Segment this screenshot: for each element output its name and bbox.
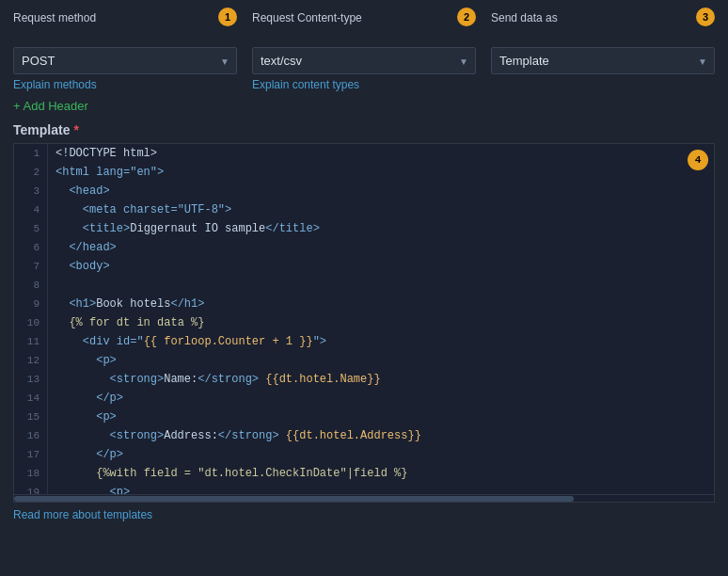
table-row: 9 <h1>Book hotels</h1> (14, 295, 714, 313)
table-row: 14 </p> (14, 389, 714, 408)
explain-content-types-link[interactable]: Explain content types (252, 78, 476, 91)
line-number: 12 (14, 351, 48, 370)
line-content: <body> (55, 257, 110, 276)
line-content: {%with field = "dt.hotel.CheckInDate"|fi… (55, 464, 407, 483)
table-row: 6 </head> (14, 238, 714, 257)
table-row: 5 <title>Diggernaut IO sample</title> (14, 219, 714, 238)
code-lines: 1<!DOCTYPE html>2<html lang="en">3 <head… (14, 144, 714, 494)
line-content: <div id="{{ forloop.Counter + 1 }}"> (55, 332, 326, 351)
template-required-star: * (73, 122, 78, 137)
line-content: </head> (55, 238, 117, 257)
line-number: 2 (14, 163, 48, 182)
send-data-as-select[interactable]: Template Body Form (491, 47, 715, 74)
request-method-label: Request method (13, 11, 96, 24)
table-row: 11 <div id="{{ forloop.Counter + 1 }}"> (14, 332, 714, 351)
line-content: <meta charset="UTF-8"> (55, 200, 231, 219)
line-number: 19 (14, 483, 48, 494)
top-row: Request method 1 POST GET PUT DELETE PAT… (13, 11, 715, 91)
line-number: 13 (14, 370, 48, 389)
request-contenttype-label: Request Content-type (252, 11, 362, 24)
step4-badge: 4 (688, 150, 708, 170)
table-row: 17 </p> (14, 445, 714, 464)
line-number: 7 (14, 257, 48, 276)
table-row: 19 <p> (14, 483, 714, 494)
line-number: 9 (14, 295, 48, 313)
request-method-group: Request method 1 POST GET PUT DELETE PAT… (13, 11, 237, 91)
step3-badge: 3 (696, 8, 715, 26)
request-contenttype-select[interactable]: text/csv application/json text/plain app… (252, 47, 476, 74)
line-content: <head> (55, 182, 110, 200)
line-content: </p> (55, 445, 123, 464)
template-section: Template* 4 1<!DOCTYPE html>2<html lang=… (13, 122, 715, 503)
send-data-as-group: Send data as 3 Template Body Form ▼ (491, 11, 715, 91)
line-number: 16 (14, 426, 48, 445)
line-number: 1 (14, 144, 48, 163)
request-contenttype-group: Request Content-type 2 text/csv applicat… (252, 11, 476, 91)
line-number: 6 (14, 238, 48, 257)
line-number: 15 (14, 408, 48, 426)
line-number: 5 (14, 219, 48, 238)
template-label-text: Template (13, 122, 70, 137)
send-data-as-label: Send data as (491, 11, 558, 24)
line-number: 18 (14, 464, 48, 483)
line-number: 8 (14, 276, 48, 295)
table-row: 7 <body> (14, 257, 714, 276)
line-number: 3 (14, 182, 48, 200)
line-content: <strong>Address:</strong> {{dt.hotel.Add… (55, 426, 421, 445)
line-number: 14 (14, 389, 48, 408)
table-row: 3 <head> (14, 182, 714, 200)
table-row: 10 {% for dt in data %} (14, 313, 714, 332)
line-content: <h1>Book hotels</h1> (55, 295, 204, 313)
main-container: Request method 1 POST GET PUT DELETE PAT… (0, 0, 728, 525)
step2-badge: 2 (457, 8, 476, 26)
line-content (55, 276, 62, 295)
table-row: 8 (14, 276, 714, 295)
request-method-select[interactable]: POST GET PUT DELETE PATCH (13, 47, 237, 74)
table-row: 15 <p> (14, 408, 714, 426)
explain-methods-link[interactable]: Explain methods (13, 78, 237, 91)
request-method-select-wrapper: POST GET PUT DELETE PATCH ▼ (13, 47, 237, 74)
line-number: 11 (14, 332, 48, 351)
table-row: 12 <p> (14, 351, 714, 370)
table-row: 4 <meta charset="UTF-8"> (14, 200, 714, 219)
line-content: <!DOCTYPE html> (55, 144, 157, 163)
line-number: 4 (14, 200, 48, 219)
read-more-templates-link[interactable]: Read more about templates (13, 503, 715, 525)
line-content: <p> (55, 351, 117, 370)
table-row: 18 {%with field = "dt.hotel.CheckInDate"… (14, 464, 714, 483)
table-row: 16 <strong>Address:</strong> {{dt.hotel.… (14, 426, 714, 445)
table-row: 13 <strong>Name:</strong> {{dt.hotel.Nam… (14, 370, 714, 389)
send-data-as-select-wrapper: Template Body Form ▼ (491, 47, 715, 74)
line-content: <p> (55, 483, 130, 494)
line-content: </p> (55, 389, 123, 408)
request-contenttype-select-wrapper: text/csv application/json text/plain app… (252, 47, 476, 74)
line-content: <title>Diggernaut IO sample</title> (55, 219, 320, 238)
table-row: 1<!DOCTYPE html> (14, 144, 714, 163)
scrollbar-area[interactable] (14, 494, 714, 502)
code-editor[interactable]: 4 1<!DOCTYPE html>2<html lang="en">3 <he… (13, 143, 715, 503)
line-content: <html lang="en"> (55, 163, 164, 182)
line-content: <p> (55, 408, 117, 426)
step1-badge: 1 (218, 8, 237, 26)
add-header-button[interactable]: + Add Header (13, 99, 88, 113)
line-content: <strong>Name:</strong> {{dt.hotel.Name}} (55, 370, 381, 389)
scrollbar-thumb (14, 496, 574, 502)
line-number: 17 (14, 445, 48, 464)
template-heading: Template* (13, 122, 715, 137)
add-header-row: + Add Header (13, 99, 715, 113)
table-row: 2<html lang="en"> (14, 163, 714, 182)
line-content: {% for dt in data %} (55, 313, 204, 332)
line-number: 10 (14, 313, 48, 332)
